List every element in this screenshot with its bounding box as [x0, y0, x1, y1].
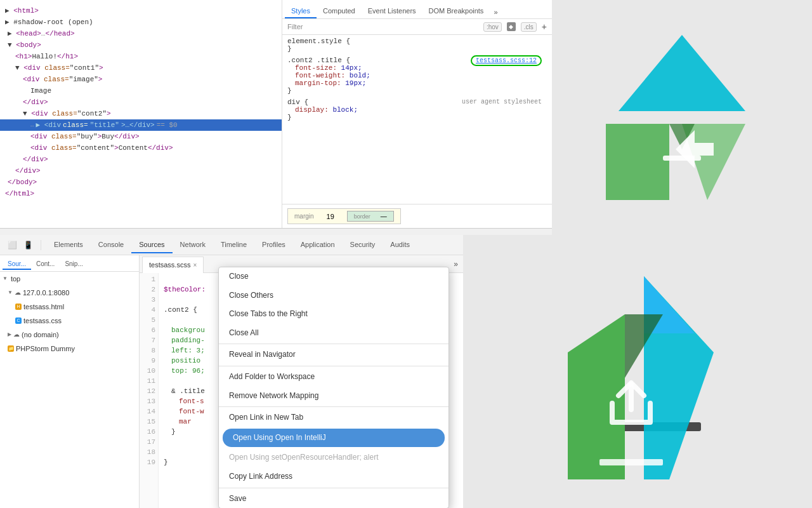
tab-network[interactable]: Network [173, 237, 213, 253]
css-source-link-circled[interactable]: testsass.scss:12 [471, 55, 542, 66]
filter-cls-button[interactable]: .cls [521, 22, 537, 32]
tab-sources[interactable]: Sources [131, 237, 172, 253]
tree-item-testsass-html[interactable]: H testsass.html [0, 300, 139, 314]
add-style-rule-button[interactable]: + [542, 22, 547, 32]
tree-item-localhost[interactable]: ▼ ☁ 127.0.0.1:8080 [0, 286, 139, 300]
tab-security[interactable]: Security [343, 237, 383, 253]
cloud-icon: ☁ [15, 287, 21, 298]
dom-line[interactable]: <div class="content">Content</div> [0, 142, 282, 154]
bottom-right-illustration [463, 235, 812, 508]
context-menu-item-close[interactable]: Close [219, 267, 449, 286]
tab-profiles[interactable]: Profiles [254, 237, 293, 253]
svg-marker-0 [619, 35, 745, 111]
tree-item-testsass-css[interactable]: C testsass.css [0, 314, 139, 328]
intellij-logo-svg [517, 251, 758, 492]
dom-line[interactable]: </div> [0, 154, 282, 165]
dom-line[interactable]: </body> [0, 177, 282, 188]
context-menu-item-copy-link[interactable]: Copy Link Address [219, 467, 449, 486]
tree-item-label: testsass.html [23, 301, 64, 312]
svg-marker-6 [568, 314, 625, 479]
context-menu-item-reveal-navigator[interactable]: Reveal in Navigator [219, 345, 449, 364]
editor-tab-testsass-scss[interactable]: testsass.scss × [142, 257, 204, 273]
sidebar-tabs: Sour... Cont... Snip... [0, 258, 139, 272]
tree-item-label: PHPStorm Dummy [16, 343, 75, 354]
folder-icon: 📁 [8, 345, 14, 352]
tabs-more-icon[interactable]: » [490, 6, 501, 18]
dom-line[interactable]: ▼ <div class="cont1"> [0, 62, 282, 74]
svg-marker-1 [606, 124, 669, 200]
filter-label: Filter [287, 23, 303, 30]
css-file-icon: C [15, 318, 22, 324]
css-rule-div: div { user agent stylesheet display: blo… [287, 98, 547, 121]
tab-styles[interactable]: Styles [285, 4, 317, 18]
top-devtools-panel: ▶ <html> ▶ #shadow-root (open) ▶ <head>…… [0, 0, 552, 229]
context-menu-item-open-intellij[interactable]: Open Using Open In IntelliJ [223, 429, 445, 448]
sidebar-tab-content[interactable]: Cont... [31, 259, 60, 270]
css-rule-cont2-title: .cont2 .title { testsass.scss:12 font-si… [287, 57, 547, 95]
line-numbers: 1 2 3 4 5 6 7 8 9 10 11 12 13 14 15 16 1 [140, 273, 159, 508]
dom-line[interactable]: </html> [0, 188, 282, 199]
mobile-icon[interactable]: 📱 [21, 239, 36, 251]
context-menu-item-close-others[interactable]: Close Others [219, 286, 449, 305]
expand-icon: ▶ [8, 329, 11, 340]
dom-line: Image [0, 85, 282, 97]
dom-line[interactable]: ▶ <head>…</head> [0, 28, 282, 39]
tab-event-listeners[interactable]: Event Listeners [362, 4, 422, 18]
styles-panel: Styles Computed Event Listeners DOM Brea… [282, 0, 552, 228]
tab-audits[interactable]: Audits [383, 237, 417, 253]
cloud-icon: ☁ [13, 329, 20, 340]
css-rule-element-style: element.style { } [287, 37, 547, 53]
styles-content: element.style { } .cont2 .title { testsa… [282, 35, 552, 204]
box-border-value: — [381, 213, 387, 220]
html-file-icon: H [15, 304, 22, 310]
tab-timeline[interactable]: Timeline [213, 237, 254, 253]
dom-line[interactable]: <div class="image"> [0, 74, 282, 85]
tab-computed[interactable]: Computed [317, 4, 362, 18]
main-tabs-bar: ⬜ 📱 Elements Console Sources Network Tim… [0, 235, 463, 255]
box-model: margin 19 border — [282, 204, 552, 228]
tab-close-button[interactable]: × [193, 262, 197, 269]
dom-line[interactable]: </div> [0, 97, 282, 108]
box-margin-label: margin [294, 213, 314, 220]
context-menu-separator-3 [219, 406, 449, 407]
tree-item-label: (no domain) [22, 329, 59, 340]
sidebar-tab-snippets[interactable]: Snip... [60, 259, 88, 270]
filter-diamond-icon[interactable]: ◆ [507, 22, 516, 31]
dom-line[interactable]: ▼ <body> [0, 39, 282, 51]
context-menu-item-save[interactable]: Save [219, 490, 449, 508]
context-menu-item-open-intellij-wrapper: Open Using Open In IntelliJ [223, 429, 445, 448]
context-menu: Close Close Others Close Tabs to the Rig… [218, 267, 449, 508]
sidebar-tab-sources[interactable]: Sour... [3, 259, 31, 270]
context-menu-item-close-tabs-right[interactable]: Close Tabs to the Right [219, 305, 449, 324]
tab-elements[interactable]: Elements [46, 237, 91, 253]
tree-item-no-domain[interactable]: ▶ ☁ (no domain) [0, 328, 139, 342]
inspect-icon[interactable]: ⬜ [5, 239, 20, 251]
tree-item-label: top [11, 273, 20, 284]
context-menu-item-open-resource-handler[interactable]: Open Using setOpenResourceHandler; alert [219, 448, 449, 467]
tab-console[interactable]: Console [91, 237, 131, 253]
tab-dom-breakpoints[interactable]: DOM Breakpoints [422, 4, 490, 18]
dom-line[interactable]: ▶ #shadow-root (open) [0, 17, 282, 28]
styles-filter-bar: Filter :hov ◆ .cls + [282, 19, 552, 35]
dom-line[interactable]: <h1>Hallo!</h1> [0, 51, 282, 62]
ua-stylesheet-label: user agent stylesheet [462, 98, 542, 105]
context-menu-item-open-new-tab[interactable]: Open Link in New Tab [219, 408, 449, 427]
top-right-illustration [552, 0, 812, 235]
context-menu-item-close-all[interactable]: Close All [219, 324, 449, 343]
tree-item-phpstorm[interactable]: 📁 PHPStorm Dummy [0, 342, 139, 356]
tab-application[interactable]: Application [293, 237, 343, 253]
dom-line[interactable]: ▼ <div class="cont2"> [0, 108, 282, 119]
dom-selected-line[interactable]: … ▶ <div class="title">…</div> == $0 [0, 119, 282, 131]
dom-line[interactable]: </div> [0, 165, 282, 177]
context-menu-item-remove-network[interactable]: Remove Network Mapping [219, 387, 449, 406]
sources-sidebar: Sour... Cont... Snip... ▼ top ▼ ☁ 127.0.… [0, 255, 140, 508]
context-menu-item-add-folder[interactable]: Add Folder to Workspace [219, 368, 449, 387]
tree-item-top[interactable]: ▼ top [0, 272, 139, 286]
context-menu-separator-4 [219, 488, 449, 488]
tab-label: testsass.scss [149, 261, 190, 269]
dom-line[interactable]: <div class="buy">Buy</div> [0, 131, 282, 142]
dom-line[interactable]: ▶ <html> [0, 5, 282, 17]
editor-tabs-more-button[interactable]: » [451, 260, 461, 269]
filter-hov-button[interactable]: :hov [483, 22, 502, 32]
expand-icon: ▼ [8, 287, 13, 298]
